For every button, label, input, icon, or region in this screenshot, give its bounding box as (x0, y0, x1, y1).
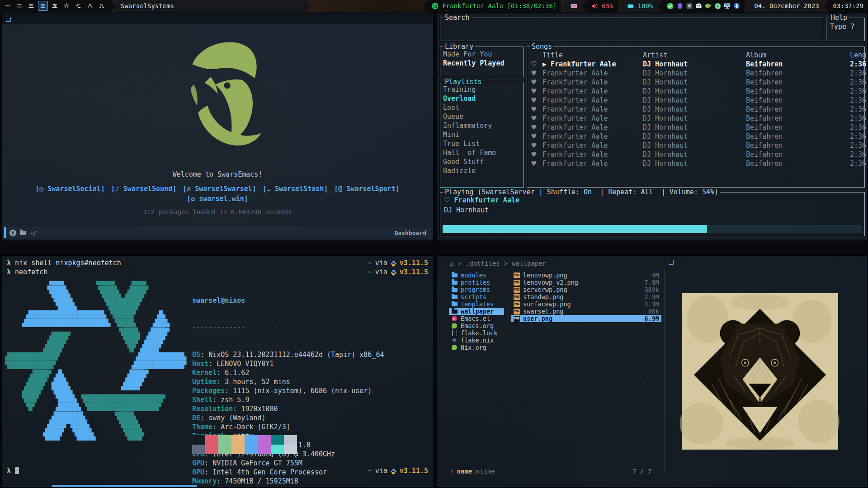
bluetooth-icon[interactable] (733, 3, 740, 9)
heart-icon: ♥ (531, 123, 542, 132)
dir-item-modules[interactable]: modules (449, 272, 504, 279)
terminal-window[interactable]: λ nix shell nixpkgs#neofetch ~viav3.11.5… (2, 256, 433, 487)
search-input[interactable] (444, 21, 790, 38)
workspace-五[interactable] (50, 1, 60, 11)
workspace-九[interactable] (97, 1, 107, 11)
file-item-lenovowp_v2.png[interactable]: PNGlenovowp_v2.png7.9M (511, 279, 661, 286)
playlist-item[interactable]: True List (443, 139, 524, 148)
playlist-item[interactable]: Queue (443, 112, 524, 121)
dir-item-templates[interactable]: templates (449, 300, 504, 308)
dashboard-button-2[interactable]: [∩ SwarselSwarsel] (183, 185, 256, 193)
breadcrumb-wallpaper[interactable]: wallpaper (512, 260, 546, 267)
dir-item-flake.nix[interactable]: ❄flake.nix (449, 337, 504, 344)
png-icon: PNG (514, 272, 520, 278)
dir-item-wallpaper[interactable]: wallpaper (449, 308, 504, 315)
palette-swatch (245, 445, 258, 454)
dir-item-Emacs.org[interactable]: Emacs.org (449, 322, 504, 329)
song-row[interactable]: ♥Frankfurter AaleDJ HornhautBeifahren2:3… (527, 159, 864, 168)
palette-swatch (284, 445, 297, 454)
battery-module[interactable]: 100% (623, 0, 658, 12)
file-item-surfacewp.png[interactable]: PNGsurfacewp.png1.3M (511, 300, 661, 308)
library-item[interactable]: Made For You (443, 50, 524, 59)
song-row[interactable]: ♥Frankfurter AaleDJ HornhautBeifahren2:3… (527, 69, 864, 78)
song-row[interactable]: ♥Frankfurter AaleDJ HornhautBeifahren2:3… (527, 114, 864, 123)
dashboard-button-4[interactable]: [@ SwarselSport] (334, 185, 400, 193)
song-length: 2:36 (850, 114, 866, 123)
dashboard-button-3[interactable]: [☁ SwarselStash] (263, 185, 328, 193)
shell-prompt[interactable]: λ (7, 467, 19, 475)
song-row[interactable]: ♥Frankfurter AaleDJ HornhautBeifahren2:3… (527, 96, 864, 105)
workspace-七[interactable] (73, 1, 83, 11)
song-row[interactable]: ♥Frankfurter AaleDJ HornhautBeifahren2:3… (527, 78, 864, 87)
swarsel-win-button[interactable]: [✿ swarsel.win] (2, 195, 433, 203)
date-module[interactable]: 04. Dezember 2023 (750, 0, 823, 12)
playlist-item[interactable]: Hall of Fame (443, 148, 524, 157)
file-size: 7.9M (644, 279, 659, 286)
file-item-user.png[interactable]: PNGuser.png6.9M (511, 315, 661, 322)
song-row[interactable]: ♡▶ Frankfurter AaleDJ HornhautBeifahren2… (527, 60, 864, 69)
modeline-buffer: Dashboard (395, 230, 426, 236)
workspace-二[interactable] (14, 1, 24, 11)
playlist-item[interactable]: Badizzle (443, 166, 524, 175)
file-item-standwp.png[interactable]: PNGstandwp.png2.9M (511, 293, 661, 300)
workspace-六[interactable] (61, 1, 71, 11)
turtle-icon[interactable] (705, 3, 712, 9)
dir-item-flake.lock[interactable]: flake.lock (449, 329, 504, 337)
workspace-四[interactable] (38, 1, 48, 11)
col-title: Title (542, 51, 643, 60)
spotify-module[interactable]: Frankfurter Aale [01:38/02:36] (427, 0, 561, 12)
star-tray-icon[interactable] (686, 3, 693, 9)
song-row[interactable]: ♥Frankfurter AaleDJ HornhautBeifahren2:3… (527, 150, 864, 159)
playlist-item[interactable]: Inflammatory (443, 121, 524, 130)
playlist-item[interactable]: Mini (443, 130, 524, 139)
workspace-三[interactable] (26, 1, 36, 11)
song-row[interactable]: ♥Frankfurter AaleDJ HornhautBeifahren2:3… (527, 123, 864, 132)
song-artist: DJ Hornhaut (643, 150, 746, 159)
check-icon[interactable] (667, 3, 674, 9)
library-item[interactable]: Recently Played (443, 59, 524, 68)
song-row[interactable]: ♥Frankfurter AaleDJ HornhautBeifahren2:3… (527, 141, 864, 150)
breadcrumb[interactable]: ⌂ ≻ .dotfiles ≻ wallpaper (450, 260, 546, 267)
palette-swatch (245, 435, 258, 445)
playlist-item[interactable]: Good Stuff (443, 157, 524, 166)
separator-arrow (618, 0, 623, 12)
playlist-item[interactable]: Lost (443, 103, 524, 112)
dir-item-Emacs.el[interactable]: eEmacs.el (449, 315, 504, 322)
sort-key[interactable]: name (457, 468, 472, 475)
discord-icon[interactable] (695, 3, 702, 9)
playlists-panel: Playlists TrainingOverloadLostQueueInfla… (440, 82, 524, 188)
home-icon[interactable]: ⌂ (450, 260, 453, 267)
syncthing-icon[interactable] (714, 3, 721, 9)
song-row[interactable]: ♥Frankfurter AaleDJ HornhautBeifahren2:3… (527, 87, 864, 96)
file-item-serverwp.png[interactable]: PNGserverwp.png389k (511, 286, 661, 293)
progress-bar[interactable] (443, 225, 862, 233)
sort-status[interactable]: ↑ name | mtime (450, 468, 495, 475)
dashboard-button-0[interactable]: [◎ SwarselSocial] (35, 185, 105, 193)
song-row[interactable]: ♥Frankfurter AaleDJ HornhautBeifahren2:3… (527, 132, 864, 141)
time-text: 03:37:29 (833, 2, 863, 9)
sort-alt-key[interactable]: mtime (476, 468, 495, 475)
dir-item-programs[interactable]: programs (449, 286, 504, 293)
dir-item-scripts[interactable]: scripts (449, 293, 504, 300)
file-size: 6.9M (644, 315, 659, 322)
dir-item-Nix.org[interactable]: Nix.org (449, 344, 504, 351)
playlist-item[interactable]: Overload (443, 94, 524, 103)
playlist-item[interactable]: Training (443, 85, 524, 94)
keyboard-module[interactable] (566, 0, 582, 12)
palette-swatch (258, 435, 271, 445)
dashboard-button-1[interactable]: [♪ SwarselSound] (111, 185, 177, 193)
monitor-icon[interactable] (724, 3, 731, 9)
file-item-lenovowp.png[interactable]: PNGlenovowp.png4M (511, 272, 661, 279)
modeline-path: ~/ (29, 230, 37, 236)
breadcrumb-dotfiles[interactable]: .dotfiles (466, 260, 500, 267)
emacs-tab-bar[interactable] (2, 14, 433, 24)
file-item-swarsel.png[interactable]: PNGswarsel.png86k (511, 308, 661, 315)
workspace-八[interactable] (85, 1, 95, 11)
dir-item-profiles[interactable]: profiles (449, 279, 504, 286)
help-panel: Help Type ? (826, 18, 865, 41)
workspace-一[interactable] (3, 1, 13, 11)
shield-icon[interactable] (676, 3, 683, 9)
song-row[interactable]: ♥Frankfurter AaleDJ HornhautBeifahren2:3… (527, 105, 864, 114)
clock-module[interactable]: 03:37:29 (829, 0, 868, 12)
volume-module[interactable]: 65% (587, 0, 618, 12)
